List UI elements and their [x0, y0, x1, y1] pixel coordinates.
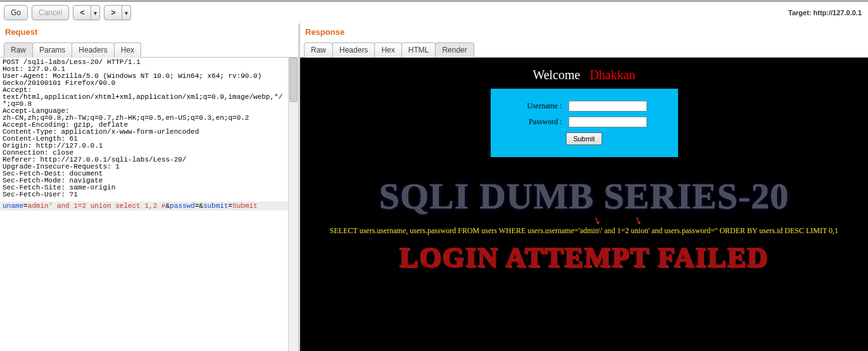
- query-echo-text: SELECT users.username, users.password FR…: [330, 226, 838, 235]
- raw-container: POST /sqli-labs/Less-20/ HTTP/1.1 Host: …: [0, 58, 298, 351]
- tab-response-html[interactable]: HTML: [401, 42, 436, 58]
- param-val-submit: Submit: [232, 202, 258, 210]
- tab-hex[interactable]: Hex: [114, 42, 141, 58]
- request-body-line[interactable]: uname=admin' and 1=2 union select 1,2 #&…: [0, 201, 288, 210]
- history-back-group: [73, 5, 100, 20]
- param-key-submit: submit: [203, 202, 229, 210]
- back-dropdown[interactable]: [91, 5, 100, 20]
- request-scrollbar[interactable]: [288, 58, 298, 351]
- param-key-uname: uname: [3, 202, 23, 210]
- request-tabs: Raw Params Headers Hex: [0, 42, 298, 58]
- history-forward-group: [104, 5, 131, 20]
- password-input[interactable]: [569, 117, 647, 127]
- series-title: SQLI DUMB SERIES-20: [379, 175, 789, 217]
- back-button[interactable]: [73, 5, 91, 20]
- login-row-username: Username :: [491, 101, 678, 112]
- tab-headers[interactable]: Headers: [72, 42, 114, 58]
- tab-params[interactable]: Params: [32, 42, 72, 58]
- welcome-label: Welcome: [532, 68, 589, 82]
- welcome-text: Welcome Dhakkan: [532, 68, 635, 82]
- target-label: Target: http://127.0.0.1: [788, 9, 864, 16]
- query-echo: ➘ ➘ SELECT users.username, users.passwor…: [330, 226, 838, 236]
- tab-response-headers[interactable]: Headers: [332, 42, 375, 58]
- request-title: Request: [0, 23, 298, 42]
- param-key-passwd: passwd: [170, 202, 195, 210]
- username-label: Username :: [522, 101, 562, 111]
- request-scrollbar-thumb[interactable]: [289, 58, 298, 102]
- request-raw-text[interactable]: POST /sqli-labs/Less-20/ HTTP/1.1 Host: …: [0, 58, 288, 201]
- forward-button[interactable]: [104, 5, 122, 20]
- request-panel: Request Raw Params Headers Hex POST /sql…: [0, 23, 300, 351]
- password-label: Password :: [522, 117, 562, 127]
- login-failed-text: LOGIN ATTEMPT FAILED: [399, 243, 769, 272]
- tab-response-render[interactable]: Render: [435, 42, 474, 58]
- response-title: Response: [300, 23, 868, 42]
- toolbar: Go Cancel Target: http://127.0.0.1: [0, 2, 868, 23]
- login-submit-button[interactable]: Submit: [566, 132, 601, 145]
- tab-raw[interactable]: Raw: [4, 42, 33, 58]
- cancel-button: Cancel: [32, 5, 69, 20]
- tab-response-raw[interactable]: Raw: [304, 42, 333, 58]
- response-tabs: Raw Headers Hex HTML Render: [300, 42, 868, 58]
- username-input[interactable]: [569, 101, 647, 112]
- response-panel: Response Raw Headers Hex HTML Render Wel…: [300, 23, 868, 351]
- go-button[interactable]: Go: [4, 5, 28, 20]
- toolbar-left: Go Cancel: [4, 5, 131, 20]
- forward-dropdown[interactable]: [122, 5, 131, 20]
- param-val-uname: admin' and 1=2 union select 1,2 #: [28, 202, 166, 210]
- render-pane: Welcome Dhakkan Username : Password : Su…: [300, 58, 868, 351]
- tab-response-hex[interactable]: Hex: [374, 42, 401, 58]
- welcome-highlight: Dhakkan: [589, 68, 635, 82]
- login-row-password: Password :: [491, 117, 678, 127]
- login-box: Username : Password : Submit: [491, 89, 678, 157]
